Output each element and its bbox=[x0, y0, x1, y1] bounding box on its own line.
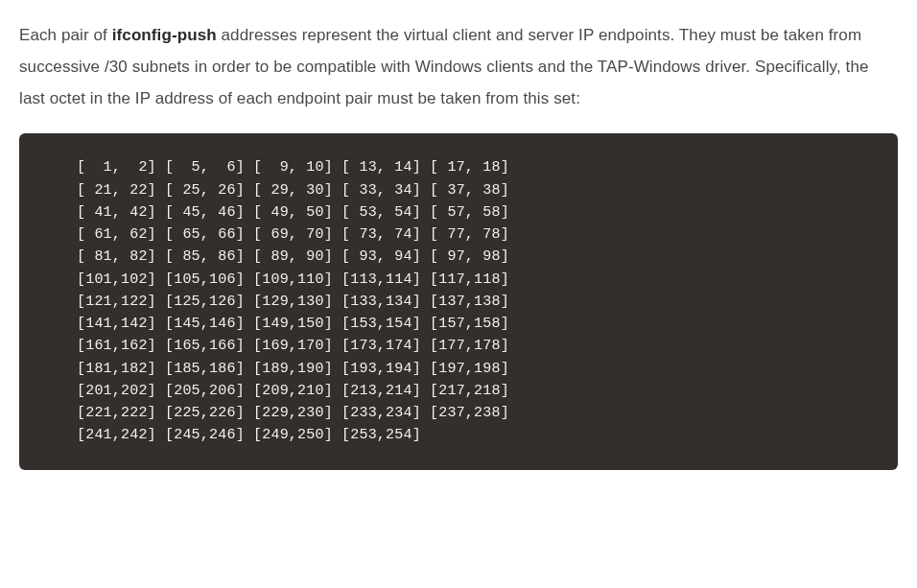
ifconfig-push-literal: ifconfig-push bbox=[112, 26, 217, 44]
octet-set-codeblock: [ 1, 2] [ 5, 6] [ 9, 10] [ 13, 14] [ 17,… bbox=[19, 133, 898, 469]
para-text-pre: Each pair of bbox=[19, 26, 112, 44]
intro-paragraph: Each pair of ifconfig-push addresses rep… bbox=[19, 19, 898, 114]
